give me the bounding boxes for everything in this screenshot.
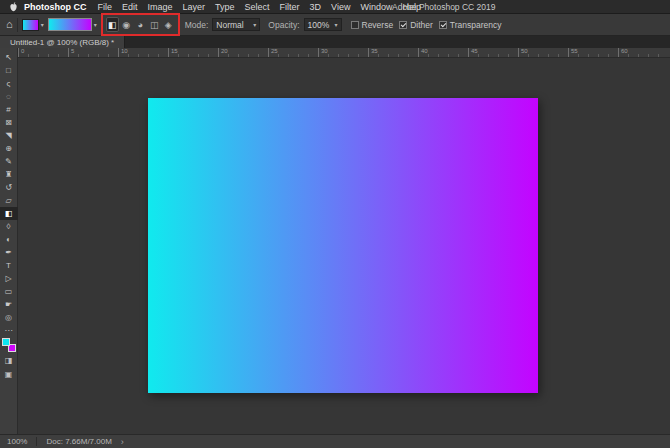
dither-checkbox[interactable]: Dither — [399, 20, 433, 30]
separator — [17, 18, 18, 32]
ruler-segment: 55 — [568, 48, 618, 57]
ruler-segment: 40 — [418, 48, 468, 57]
edit-toolbar-icon[interactable]: ⋯ — [5, 326, 13, 335]
option-checkboxes: Reverse Dither Transparency — [346, 20, 502, 30]
menu-image[interactable]: Image — [143, 2, 178, 12]
tool-icon: ◐ — [6, 236, 11, 244]
chevron-down-icon: ▾ — [41, 22, 44, 28]
menu-type[interactable]: Type — [210, 2, 240, 12]
menu-3d[interactable]: 3D — [305, 2, 327, 12]
ruler-segment: 15 — [168, 48, 218, 57]
ruler-segment: 10 — [118, 48, 168, 57]
healing-brush-tool[interactable]: ⊕ — [0, 142, 18, 155]
tool-icon: ◊ — [7, 223, 11, 231]
brush-tool[interactable]: ✎ — [0, 155, 18, 168]
blur-tool[interactable]: ◊ — [0, 220, 18, 233]
ruler-segment: 25 — [268, 48, 318, 57]
mode-value: Normal — [216, 20, 243, 30]
radial-gradient-button[interactable]: ◉ — [120, 17, 133, 32]
linear-gradient-button[interactable]: ◧ — [106, 17, 119, 32]
menu-edit[interactable]: Edit — [117, 2, 143, 12]
tool-icon: ⊠ — [5, 119, 12, 127]
menu-items: FileEditImageLayerTypeSelectFilter3DView… — [93, 2, 427, 12]
menu-layer[interactable]: Layer — [178, 2, 211, 12]
tool-icon: ✎ — [5, 158, 12, 166]
tool-icon: ⊕ — [5, 145, 12, 153]
options-bar: ⌂ ▾ ▾ ◧◉◕◫◈ Mode: Normal ▾ Opacity: 100%… — [0, 14, 670, 36]
eraser-tool[interactable]: ▱ — [0, 194, 18, 207]
diamond-gradient-button[interactable]: ◈ — [162, 17, 175, 32]
history-brush-tool[interactable]: ↺ — [0, 181, 18, 194]
tool-icon: □ — [6, 67, 11, 75]
chevron-down-icon: ▾ — [253, 22, 256, 28]
menu-filter[interactable]: Filter — [275, 2, 305, 12]
horizontal-ruler[interactable]: 051015202530354045505560 — [18, 48, 670, 58]
dodge-tool[interactable]: ◐ — [0, 233, 18, 246]
tool-icon: ▱ — [5, 197, 11, 205]
rectangle-tool[interactable]: ▭ — [0, 285, 18, 298]
lasso-tool[interactable]: ς — [0, 77, 18, 90]
marquee-tool[interactable]: □ — [0, 64, 18, 77]
reflected-gradient-button[interactable]: ◫ — [148, 17, 161, 32]
quick-mask-icon[interactable]: ◨ — [0, 354, 18, 366]
angle-gradient-button[interactable]: ◕ — [134, 17, 147, 32]
zoom-level[interactable]: 100% — [7, 437, 27, 446]
gradient-type-icon: ◉ — [122, 20, 130, 30]
opacity-label: Opacity: — [268, 20, 299, 30]
mode-select[interactable]: Normal ▾ — [212, 18, 260, 31]
menu-bar: Photoshop CC FileEditImageLayerTypeSelec… — [0, 0, 670, 14]
foreground-color-swatch — [2, 338, 10, 346]
tool-icon: ◧ — [5, 210, 13, 218]
transparency-checkbox[interactable]: Transparency — [439, 20, 502, 30]
chevron-down-icon: ▾ — [94, 22, 97, 28]
zoom-tool[interactable]: ◎ — [0, 311, 18, 324]
gradient-document[interactable] — [148, 98, 538, 393]
checkbox-label: Reverse — [362, 20, 394, 30]
gradient-type-icon: ◕ — [137, 20, 142, 30]
tool-icon: ▷ — [5, 275, 11, 283]
tool-icon: ◎ — [5, 314, 12, 322]
tool-icon: ς — [7, 80, 11, 88]
menu-select[interactable]: Select — [240, 2, 275, 12]
tool-list: ↖□ς◌#⊠◥⊕✎♜↺▱◧◊◐✒T▷▭☛◎ — [0, 51, 18, 324]
gradient-type-group: ◧◉◕◫◈ — [104, 17, 177, 32]
document-tab[interactable]: Untitled-1 @ 100% (RGB/8) * — [0, 36, 125, 48]
move-tool[interactable]: ↖ — [0, 51, 18, 64]
crop-tool[interactable]: # — [0, 103, 18, 116]
ruler-segment: 5 — [68, 48, 118, 57]
color-swatches[interactable] — [2, 338, 16, 352]
menu-view[interactable]: View — [326, 2, 355, 12]
opacity-select[interactable]: 100% ▾ — [304, 18, 342, 31]
tool-icon: ♜ — [5, 171, 12, 179]
screen-mode-icon[interactable]: ▣ — [0, 368, 18, 380]
ruler-segment: 60 — [618, 48, 668, 57]
apple-menu[interactable] — [9, 2, 18, 12]
gradient-type-icon: ◧ — [108, 20, 117, 30]
tool-icon: ↖ — [5, 54, 12, 62]
menu-file[interactable]: File — [93, 2, 118, 12]
type-tool[interactable]: T — [0, 259, 18, 272]
home-icon[interactable]: ⌂ — [6, 19, 13, 30]
ruler-segment: 20 — [218, 48, 268, 57]
path-selection-tool[interactable]: ▷ — [0, 272, 18, 285]
tool-preset-picker[interactable]: ▾ — [22, 19, 44, 31]
frame-tool[interactable]: ⊠ — [0, 116, 18, 129]
tool-icon: T — [6, 262, 11, 270]
reverse-checkbox[interactable]: Reverse — [351, 20, 394, 30]
eyedropper-tool[interactable]: ◥ — [0, 129, 18, 142]
tool-icon: ☛ — [5, 301, 12, 309]
tool-icon: ▭ — [5, 288, 13, 296]
status-expand-chevron[interactable]: › — [121, 437, 124, 447]
hand-tool[interactable]: ☛ — [0, 298, 18, 311]
gradient-picker[interactable]: ▾ — [48, 18, 97, 31]
tool-icon: ◌ — [6, 93, 11, 101]
checkbox-box — [439, 21, 447, 29]
separator — [36, 437, 37, 446]
tool-icon: # — [6, 106, 10, 114]
app-menu[interactable]: Photoshop CC — [24, 2, 87, 12]
clone-stamp-tool[interactable]: ♜ — [0, 168, 18, 181]
doc-size-info[interactable]: Doc: 7.66M/7.00M — [46, 437, 111, 446]
gradient-tool[interactable]: ◧ — [0, 207, 18, 220]
pen-tool[interactable]: ✒ — [0, 246, 18, 259]
quick-selection-tool[interactable]: ◌ — [0, 90, 18, 103]
